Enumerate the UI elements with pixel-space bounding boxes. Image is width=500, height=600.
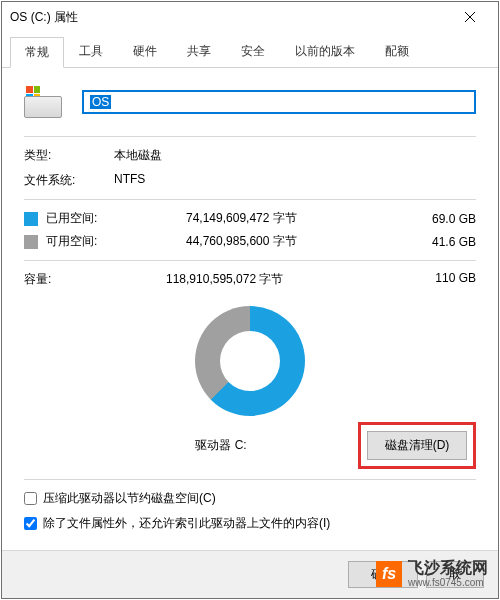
index-checkbox[interactable] xyxy=(24,517,37,530)
capacity-bytes: 118,910,595,072 字节 xyxy=(114,271,396,288)
free-bytes: 44,760,985,600 字节 xyxy=(126,233,396,250)
drive-icon xyxy=(24,86,62,118)
close-icon xyxy=(465,12,475,22)
tab-hardware[interactable]: 硬件 xyxy=(118,36,172,67)
properties-window: OS (C:) 属性 常规 工具 硬件 共享 安全 以前的版本 配额 OS 类型… xyxy=(1,1,499,599)
window-title: OS (C:) 属性 xyxy=(10,9,450,26)
disk-cleanup-button[interactable]: 磁盘清理(D) xyxy=(367,431,467,460)
type-value: 本地磁盘 xyxy=(114,147,162,164)
used-bytes: 74,149,609,472 字节 xyxy=(126,210,396,227)
used-swatch-icon xyxy=(24,212,38,226)
tab-security[interactable]: 安全 xyxy=(226,36,280,67)
watermark-url: www.fs0745.com xyxy=(408,577,488,588)
used-label: 已用空间: xyxy=(46,210,126,227)
watermark-icon: fs xyxy=(376,561,402,587)
index-label: 除了文件属性外，还允许索引此驱动器上文件的内容(I) xyxy=(43,515,330,532)
filesystem-value: NTFS xyxy=(114,172,145,189)
filesystem-label: 文件系统: xyxy=(24,172,114,189)
tab-bar: 常规 工具 硬件 共享 安全 以前的版本 配额 xyxy=(2,36,498,68)
tab-general[interactable]: 常规 xyxy=(10,37,64,68)
free-gb: 41.6 GB xyxy=(396,235,476,249)
watermark: fs 飞沙系统网 www.fs0745.com xyxy=(376,559,488,588)
free-swatch-icon xyxy=(24,235,38,249)
free-label: 可用空间: xyxy=(46,233,126,250)
used-gb: 69.0 GB xyxy=(396,212,476,226)
tab-sharing[interactable]: 共享 xyxy=(172,36,226,67)
type-label: 类型: xyxy=(24,147,114,164)
tab-tools[interactable]: 工具 xyxy=(64,36,118,67)
usage-pie-chart xyxy=(195,306,305,416)
drive-name-value: OS xyxy=(90,95,111,109)
content-panel: OS 类型: 本地磁盘 文件系统: NTFS 已用空间: 74,149,609,… xyxy=(2,68,498,550)
drive-letter-label: 驱动器 C: xyxy=(84,437,358,454)
capacity-gb: 110 GB xyxy=(396,271,476,288)
tab-previous[interactable]: 以前的版本 xyxy=(280,36,370,67)
tab-quota[interactable]: 配额 xyxy=(370,36,424,67)
capacity-label: 容量: xyxy=(24,271,114,288)
watermark-name: 飞沙系统网 xyxy=(408,559,488,577)
compress-checkbox[interactable] xyxy=(24,492,37,505)
compress-label: 压缩此驱动器以节约磁盘空间(C) xyxy=(43,490,216,507)
titlebar: OS (C:) 属性 xyxy=(2,2,498,32)
close-button[interactable] xyxy=(450,5,490,29)
highlight-box: 磁盘清理(D) xyxy=(358,422,476,469)
drive-name-input[interactable]: OS xyxy=(82,90,476,114)
